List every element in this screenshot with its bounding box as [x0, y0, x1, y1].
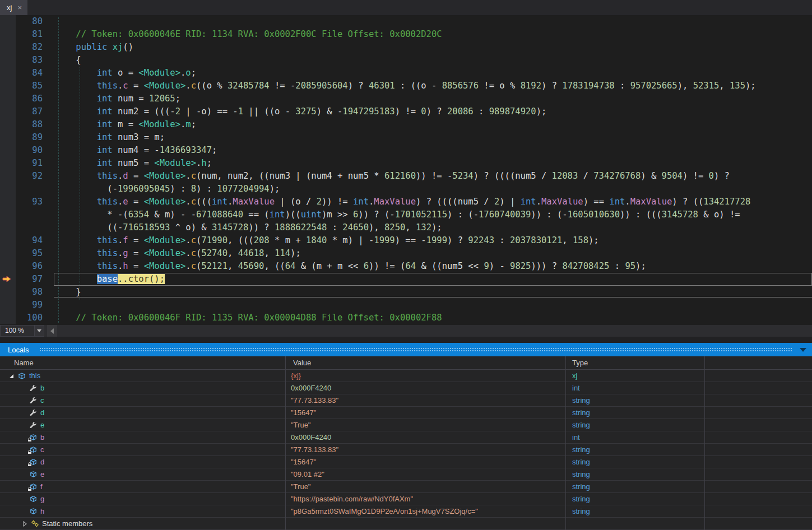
variable-value[interactable]: 0x000F4240	[286, 433, 566, 441]
glyph-margin[interactable]	[0, 221, 16, 234]
code-line[interactable]: 83 {	[0, 54, 812, 67]
locals-row[interactable]: f"True"string	[0, 481, 812, 493]
code-text: this.c = <Module>.c((o % 32485784 != -20…	[50, 80, 756, 92]
zoom-selector[interactable]: 100 %	[0, 325, 44, 337]
code-line[interactable]: 96 this.h = <Module>.c(52121, 45690, ((6…	[0, 260, 812, 273]
glyph-margin[interactable]	[0, 183, 16, 196]
variable-value[interactable]: "15647"	[286, 408, 566, 417]
locals-row[interactable]: d"15647"string	[0, 407, 812, 419]
code-line[interactable]: 91 int num5 = <Module>.h;	[0, 157, 812, 170]
code-line[interactable]: 97 base..ctor();	[0, 273, 812, 286]
locals-row[interactable]: g"https://pastebin.com/raw/NdY0fAXm"stri…	[0, 493, 812, 505]
locals-row[interactable]: Static members	[0, 518, 812, 530]
tab-title: xj	[7, 3, 12, 12]
glyph-margin[interactable]	[0, 286, 16, 299]
locals-row[interactable]: b0x000F4240int	[0, 382, 812, 394]
wrench-icon	[29, 408, 38, 417]
window-menu-chevron-icon[interactable]	[800, 348, 806, 352]
code-line[interactable]: 85 this.c = <Module>.c((o % 32485784 != …	[0, 80, 812, 92]
glyph-margin[interactable]	[0, 67, 16, 80]
variable-value[interactable]: "True"	[286, 421, 566, 429]
glyph-margin[interactable]	[0, 54, 16, 67]
locals-row[interactable]: e"True"string	[0, 419, 812, 431]
expand-closed-icon[interactable]	[21, 520, 28, 527]
glyph-margin[interactable]	[0, 234, 16, 247]
expand-open-icon[interactable]	[8, 373, 15, 379]
code-editor[interactable]: 8081 // Token: 0x0600046E RID: 1134 RVA:…	[0, 15, 812, 325]
zoom-dropdown-button[interactable]	[34, 326, 44, 336]
code-line[interactable]: 98 }	[0, 286, 812, 299]
glyph-margin[interactable]	[0, 312, 16, 324]
code-line[interactable]: 94 this.f = <Module>.c(71990, (((208 * m…	[0, 234, 812, 247]
locals-title: Locals	[0, 346, 29, 354]
variable-value[interactable]: "77.73.133.83"	[286, 396, 566, 405]
locals-row[interactable]: d"15647"string	[0, 456, 812, 468]
locals-row[interactable]: this{xj}xj	[0, 370, 812, 382]
close-icon[interactable]: ×	[17, 3, 22, 12]
glyph-margin[interactable]	[0, 299, 16, 312]
code-line[interactable]: 93 this.e = <Module>.c(((int.MaxValue | …	[0, 196, 812, 208]
glyph-margin[interactable]	[0, 157, 16, 170]
locals-title-bar[interactable]: Locals	[0, 343, 812, 356]
glyph-margin[interactable]	[0, 144, 16, 157]
code-line[interactable]: 90 int num4 = -1436693347;	[0, 144, 812, 157]
horizontal-scrollbar[interactable]	[57, 325, 812, 337]
variable-value[interactable]: 0x000F4240	[286, 384, 566, 392]
code-line[interactable]: (-1996095045) : 8) : 1077204994);	[0, 183, 812, 196]
code-line[interactable]: 88 int m = <Module>.m;	[0, 118, 812, 131]
glyph-margin[interactable]	[0, 80, 16, 92]
column-divider[interactable]	[565, 356, 566, 530]
code-line[interactable]: 86 int num = 12065;	[0, 92, 812, 105]
code-line[interactable]: 99	[0, 299, 812, 312]
variable-value[interactable]: "15647"	[286, 458, 566, 466]
glyph-margin[interactable]	[0, 41, 16, 54]
variable-value[interactable]: "True"	[286, 482, 566, 491]
tab-bar: xj ×	[0, 0, 812, 15]
glyph-margin[interactable]	[0, 118, 16, 131]
scroll-left-button[interactable]	[47, 325, 57, 337]
column-header-name[interactable]: Name	[0, 359, 286, 367]
glyph-margin[interactable]	[0, 105, 16, 118]
glyph-margin[interactable]	[0, 247, 16, 260]
code-line[interactable]: 89 int num3 = m;	[0, 131, 812, 144]
code-line[interactable]: 81 // Token: 0x0600046E RID: 1134 RVA: 0…	[0, 28, 812, 41]
code-line[interactable]: 87 int num2 = (((-2 | -o) == -1 || ((o -…	[0, 105, 812, 118]
glyph-margin[interactable]	[0, 208, 16, 221]
glyph-margin[interactable]	[0, 273, 16, 286]
glyph-margin[interactable]	[0, 92, 16, 105]
glyph-margin[interactable]	[0, 170, 16, 183]
locals-row[interactable]: c"77.73.133.83"string	[0, 394, 812, 407]
code-line[interactable]: 100 // Token: 0x0600046F RID: 1135 RVA: …	[0, 312, 812, 324]
column-divider[interactable]	[704, 356, 705, 530]
line-number	[16, 208, 50, 221]
code-line[interactable]: 82 public xj()	[0, 41, 812, 54]
variable-value[interactable]: "p8Ga5rmzt0SWaIMgO1D9P2eA/on1sj+MugV7SZO…	[286, 507, 566, 515]
locals-row[interactable]: c"77.73.133.83"string	[0, 444, 812, 456]
glyph-margin[interactable]	[0, 15, 16, 28]
tab-xj[interactable]: xj ×	[0, 0, 27, 15]
variable-value[interactable]: "09.01 #2"	[286, 470, 566, 478]
code-line[interactable]: 84 int o = <Module>.o;	[0, 67, 812, 80]
code-line[interactable]: 92 this.d = <Module>.c(num, num2, ((num3…	[0, 170, 812, 183]
code-line[interactable]: * -(6354 & m) - -671088640 == (int)((uin…	[0, 208, 812, 221]
glyph-margin[interactable]	[0, 28, 16, 41]
column-divider[interactable]	[285, 356, 286, 530]
code-line[interactable]: ((-716518593 ^ o) & 3145728)) ? 18886225…	[0, 221, 812, 234]
code-line[interactable]: 80	[0, 15, 812, 28]
glyph-margin[interactable]	[0, 196, 16, 208]
column-header-type[interactable]: Type	[566, 359, 705, 367]
code-line[interactable]: 95 this.g = <Module>.c(52740, 44618, 114…	[0, 247, 812, 260]
variable-value[interactable]: "77.73.133.83"	[286, 445, 566, 454]
current-statement-box	[54, 273, 812, 286]
locals-row[interactable]: b0x000F4240int	[0, 431, 812, 444]
column-header-value[interactable]: Value	[286, 359, 566, 367]
glyph-margin[interactable]	[0, 131, 16, 144]
locals-row[interactable]: e"09.01 #2"string	[0, 468, 812, 481]
locals-row[interactable]: h"p8Ga5rmzt0SWaIMgO1D9P2eA/on1sj+MugV7SZ…	[0, 505, 812, 518]
line-number: 84	[16, 67, 50, 80]
variable-value[interactable]: "https://pastebin.com/raw/NdY0fAXm"	[286, 495, 566, 503]
variable-value[interactable]: {xj}	[286, 371, 566, 380]
field-icon	[29, 433, 38, 441]
variable-type: string	[566, 396, 705, 405]
glyph-margin[interactable]	[0, 260, 16, 273]
